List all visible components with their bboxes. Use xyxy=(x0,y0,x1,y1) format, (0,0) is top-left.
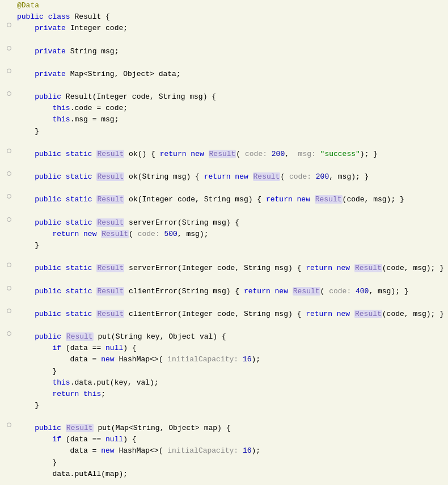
keyword-token: public xyxy=(35,424,61,432)
code-line xyxy=(0,183,448,194)
class-name-token: Result xyxy=(209,150,236,158)
keyword-token: new xyxy=(275,287,288,296)
gutter xyxy=(0,23,12,27)
class-name-token: Result xyxy=(96,150,124,158)
gutter xyxy=(0,331,12,336)
keyword-token: return xyxy=(52,390,79,398)
code-line: if (data == null) { xyxy=(0,434,448,445)
keyword-token: static xyxy=(66,218,92,227)
code-line xyxy=(0,297,448,309)
gutter-dot xyxy=(7,194,11,199)
keyword-token: public xyxy=(35,332,61,341)
line-content: public class Result { xyxy=(12,11,448,23)
keyword-token: public xyxy=(35,287,61,296)
line-content: } xyxy=(12,457,448,469)
line-content: return new Result( code: 500, msg); xyxy=(12,229,448,240)
keyword-token: public xyxy=(17,12,44,21)
class-name-token: Result xyxy=(253,172,281,181)
code-line: public Result(Integer code, String msg) … xyxy=(0,91,448,103)
gutter xyxy=(0,423,12,427)
keyword-token: new xyxy=(297,195,310,204)
line-content xyxy=(12,160,448,171)
keyword-token: this xyxy=(52,378,70,387)
code-line xyxy=(0,320,448,331)
code-line: @Data xyxy=(0,0,448,11)
keyword-token: public xyxy=(35,172,61,181)
code-line: public static Result ok(Integer code, St… xyxy=(0,194,448,205)
keyword-token: if xyxy=(52,344,61,352)
line-content: } xyxy=(12,366,448,377)
class-name-token: Result xyxy=(96,172,124,181)
gutter xyxy=(0,91,12,96)
line-content: public Result put(String key, Object val… xyxy=(12,331,448,343)
line-content: public static Result ok() { return new R… xyxy=(12,149,448,160)
keyword-token: this xyxy=(52,104,70,112)
code-line: this.msg = msg; xyxy=(0,114,448,125)
gutter-dot xyxy=(7,46,11,50)
gutter-dot xyxy=(7,286,11,290)
keyword-token: this xyxy=(83,390,101,398)
code-line: data = new HashMap<>( initialCapacity: 1… xyxy=(0,354,448,365)
line-content: return this; xyxy=(12,389,448,400)
class-name-token: Result xyxy=(354,310,382,318)
keyword-token: public xyxy=(35,310,61,318)
keyword-token: return xyxy=(306,264,332,272)
code-line: public static Result clientError(Integer… xyxy=(0,309,448,320)
line-content xyxy=(12,320,448,331)
code-line: private Map<String, Object> data; xyxy=(0,69,448,80)
class-name-token: Result xyxy=(96,218,124,227)
gutter-dot xyxy=(7,69,11,73)
line-content: if (data == null) { xyxy=(12,434,448,445)
keyword-token: static xyxy=(66,310,92,318)
line-content: public Result(Integer code, String msg) … xyxy=(12,91,448,103)
gutter xyxy=(0,149,12,153)
keyword-token: private xyxy=(35,24,66,32)
code-line: data = new HashMap<>( initialCapacity: 1… xyxy=(0,445,448,457)
keyword-token: return xyxy=(266,195,293,204)
gutter xyxy=(0,46,12,50)
line-content xyxy=(12,57,448,69)
gutter-dot xyxy=(7,149,11,153)
line-content: public Result put(Map<String, Object> ma… xyxy=(12,423,448,434)
class-name-token: Result xyxy=(293,287,320,296)
code-line: public static Result ok() { return new R… xyxy=(0,149,448,160)
keyword-token: new xyxy=(101,446,114,455)
line-content: this.code = code; xyxy=(12,103,448,114)
line-content: if (data == null) { xyxy=(12,343,448,354)
code-line: public Result put(Map<String, Object> ma… xyxy=(0,423,448,434)
line-content: } xyxy=(12,126,448,137)
code-line xyxy=(0,80,448,91)
gutter-dot xyxy=(7,309,11,313)
code-line xyxy=(0,274,448,285)
keyword-token: static xyxy=(66,150,92,158)
code-editor: @Data public class Result { private Inte… xyxy=(0,0,448,485)
keyword-token: return xyxy=(306,310,332,318)
code-line xyxy=(0,160,448,171)
keyword-token: new xyxy=(235,172,248,181)
gutter xyxy=(0,263,12,267)
keyword-token: this xyxy=(52,115,70,124)
keyword-token: public xyxy=(35,150,61,158)
code-line: public Result put(String key, Object val… xyxy=(0,331,448,343)
keyword-token: public xyxy=(35,264,61,272)
keyword-token: null xyxy=(105,435,123,444)
line-content xyxy=(12,274,448,285)
line-content: public static Result serverError(Integer… xyxy=(12,263,448,274)
code-line: private String msg; xyxy=(0,46,448,57)
gutter xyxy=(0,194,12,199)
code-line: public static Result serverError(String … xyxy=(0,217,448,229)
annotation-token: @Data xyxy=(17,1,39,10)
class-name-token: Result xyxy=(66,424,94,432)
line-content: this.msg = msg; xyxy=(12,114,448,125)
keyword-token: public xyxy=(35,218,61,227)
line-content: } xyxy=(12,240,448,251)
keyword-token: private xyxy=(35,47,66,56)
line-content: public static Result serverError(String … xyxy=(12,217,448,229)
gutter xyxy=(0,69,12,73)
code-line xyxy=(0,251,448,263)
line-content xyxy=(12,137,448,149)
line-content: data = new HashMap<>( initialCapacity: 1… xyxy=(12,354,448,365)
line-content: private String msg; xyxy=(12,46,448,57)
code-line: public static Result serverError(Integer… xyxy=(0,263,448,274)
code-line: public static Result clientError(String … xyxy=(0,286,448,297)
